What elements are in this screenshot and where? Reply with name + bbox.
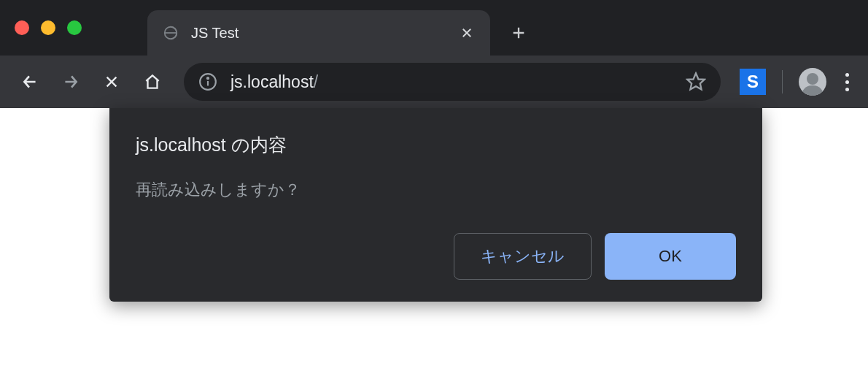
browser-tab[interactable]: JS Test [147,10,490,56]
home-button[interactable] [136,65,169,99]
ok-button[interactable]: OK [605,233,736,280]
extension-icon[interactable]: S [740,69,766,95]
window-controls [15,20,82,35]
titlebar: JS Test [0,0,868,56]
dialog-button-row: キャンセル OK [136,233,736,280]
chrome-menu-button[interactable] [845,73,849,91]
javascript-dialog: js.localhost の内容 再読み込みしますか？ キャンセル OK [109,108,762,302]
tab-close-button[interactable] [458,24,476,42]
site-info-icon[interactable] [198,72,217,91]
stop-reload-button[interactable] [95,65,128,99]
bookmark-star-icon[interactable] [686,72,706,92]
profile-avatar[interactable] [799,68,826,96]
window-maximize-button[interactable] [67,20,82,35]
svg-point-3 [207,77,209,79]
favicon-icon [162,24,179,42]
tab-strip: JS Test [147,0,527,56]
back-button[interactable] [13,65,47,99]
toolbar-divider [782,70,783,93]
toolbar: js.localhost/ S [0,56,868,108]
tab-title: JS Test [191,25,446,42]
new-tab-button[interactable] [511,10,527,56]
address-bar[interactable]: js.localhost/ [184,63,721,101]
forward-button[interactable] [54,65,88,99]
browser-chrome: JS Test js.localhost/ [0,0,868,108]
svg-marker-4 [687,73,704,89]
dialog-message: 再読み込みしますか？ [136,179,736,201]
dialog-title: js.localhost の内容 [136,133,736,157]
cancel-button[interactable]: キャンセル [454,233,592,280]
window-minimize-button[interactable] [41,20,55,35]
window-close-button[interactable] [15,20,29,35]
url-text: js.localhost/ [230,72,673,92]
